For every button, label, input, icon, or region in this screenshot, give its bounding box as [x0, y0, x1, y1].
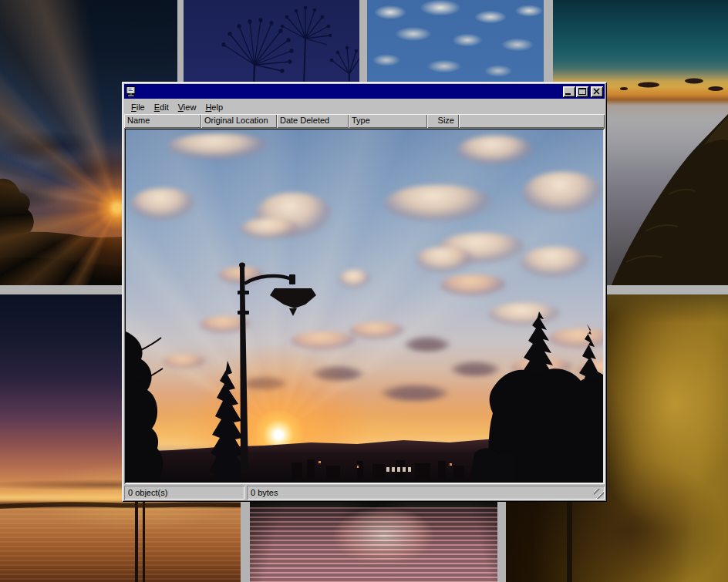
column-header-type[interactable]: Type — [349, 114, 427, 128]
minimize-icon — [563, 86, 575, 97]
street-lamp — [238, 263, 316, 473]
pink-ripples — [250, 507, 497, 582]
close-icon — [591, 86, 603, 97]
recycle-bin-window: File Edit View Help Name Original Locati… — [122, 82, 607, 502]
left-foliage — [126, 331, 163, 483]
menu-edit[interactable]: Edit — [150, 101, 174, 113]
column-header-size[interactable]: Size — [427, 114, 459, 128]
title-bar[interactable] — [124, 84, 605, 99]
status-bar: 0 object(s) 0 bytes — [124, 486, 605, 500]
minimize-button[interactable] — [563, 86, 575, 97]
client-sunset-photo — [126, 130, 603, 483]
column-header-original-location[interactable]: Original Location — [201, 114, 277, 128]
status-bytes: 0 bytes — [247, 486, 605, 500]
column-header-filler — [459, 114, 605, 128]
file-list-area[interactable] — [124, 128, 605, 484]
trees-right — [470, 311, 603, 483]
column-header-name[interactable]: Name — [124, 114, 201, 128]
maximize-icon — [576, 86, 588, 97]
column-header-date-deleted[interactable]: Date Deleted — [277, 114, 349, 128]
application-icon — [126, 86, 137, 97]
menu-file[interactable]: File — [126, 101, 150, 113]
close-button[interactable] — [591, 86, 603, 97]
sunset-scene-silhouettes — [126, 130, 603, 483]
menu-view[interactable]: View — [174, 101, 201, 113]
desktop: { "desktop": { "gap_color": "#b3b3b3", "… — [0, 0, 728, 582]
resize-grip[interactable] — [594, 489, 604, 499]
maximize-button[interactable] — [576, 86, 588, 97]
menu-bar: File Edit View Help — [124, 99, 605, 114]
menu-help[interactable]: Help — [201, 101, 228, 113]
list-column-headers: Name Original Location Date Deleted Type… — [124, 114, 605, 128]
status-objects: 0 object(s) — [124, 486, 244, 500]
